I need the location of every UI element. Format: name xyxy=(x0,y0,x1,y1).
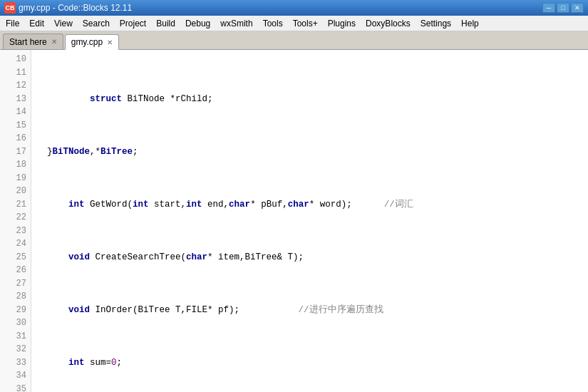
line-num-32: 32 xyxy=(3,343,26,356)
line-num-27: 27 xyxy=(3,277,26,291)
tab-start-here-label: Start here xyxy=(9,37,47,47)
line-num-19: 19 xyxy=(3,172,26,185)
code-area: 10 11 12 13 14 15 16 17 18 19 20 21 22 2… xyxy=(0,50,588,392)
tab-start-here[interactable]: Start here ✕ xyxy=(3,33,63,49)
line-num-25: 25 xyxy=(3,251,26,264)
code-content[interactable]: struct BiTNode *rChild; }BiTNode,*BiTree… xyxy=(31,50,588,392)
line-num-22: 22 xyxy=(3,211,26,225)
tab-gmy-cpp-close[interactable]: ✕ xyxy=(107,38,113,46)
app-icon: CB xyxy=(4,2,16,14)
menu-help[interactable]: Help xyxy=(457,17,483,30)
menu-tools-plus[interactable]: Tools+ xyxy=(289,17,322,30)
line-num-15: 15 xyxy=(3,119,26,133)
title-bar-left: CB gmy.cpp - Code::Blocks 12.11 xyxy=(4,2,132,14)
line-numbers: 10 11 12 13 14 15 16 17 18 19 20 21 22 2… xyxy=(0,50,31,392)
menu-tools[interactable]: Tools xyxy=(259,17,287,30)
line-num-10: 10 xyxy=(3,53,26,66)
menu-debug[interactable]: Debug xyxy=(181,17,215,30)
line-num-30: 30 xyxy=(3,316,26,330)
menu-bar: File Edit View Search Project Build Debu… xyxy=(0,16,588,31)
code-line-14: void InOrder(BiTree T,FILE* pf); //进行中序遍… xyxy=(37,304,588,317)
line-num-14: 14 xyxy=(3,105,26,119)
code-line-13: void CreateSearchTree(char* item,BiTree&… xyxy=(37,251,588,264)
menu-search[interactable]: Search xyxy=(78,17,114,30)
line-num-31: 31 xyxy=(3,330,26,344)
menu-plugins[interactable]: Plugins xyxy=(324,17,360,30)
line-num-11: 11 xyxy=(3,66,26,80)
line-num-26: 26 xyxy=(3,264,26,277)
maximize-button[interactable]: □ xyxy=(557,3,569,13)
line-num-33: 33 xyxy=(3,356,26,370)
code-line-11: }BiTNode,*BiTree; xyxy=(37,145,588,159)
line-num-20: 20 xyxy=(3,185,26,198)
title-bar: CB gmy.cpp - Code::Blocks 12.11 ─ □ ✕ xyxy=(0,0,588,16)
menu-build[interactable]: Build xyxy=(152,17,180,30)
line-num-13: 13 xyxy=(3,93,26,106)
line-num-12: 12 xyxy=(3,79,26,93)
tab-start-here-close[interactable]: ✕ xyxy=(51,38,57,46)
line-num-18: 18 xyxy=(3,158,26,172)
line-num-34: 34 xyxy=(3,369,26,383)
menu-file[interactable]: File xyxy=(1,17,24,30)
menu-view[interactable]: View xyxy=(50,17,77,30)
title-text: gmy.cpp - Code::Blocks 12.11 xyxy=(19,3,132,13)
close-button[interactable]: ✕ xyxy=(571,3,584,13)
line-num-29: 29 xyxy=(3,304,26,317)
line-num-24: 24 xyxy=(3,237,26,251)
code-line-10: struct BiTNode *rChild; xyxy=(37,93,588,106)
menu-wxsmith[interactable]: wxSmith xyxy=(216,17,257,30)
line-num-35: 35 xyxy=(3,383,26,393)
menu-doxyblocks[interactable]: DoxyBlocks xyxy=(361,17,415,30)
line-num-16: 16 xyxy=(3,132,26,145)
menu-edit[interactable]: Edit xyxy=(25,17,48,30)
tab-gmy-cpp-label: gmy.cpp xyxy=(71,37,103,47)
window-controls[interactable]: ─ □ ✕ xyxy=(542,3,584,13)
tab-bar: Start here ✕ gmy.cpp ✕ xyxy=(0,31,588,50)
line-num-28: 28 xyxy=(3,290,26,304)
code-line-15: int sum=0; xyxy=(37,356,588,370)
line-num-17: 17 xyxy=(3,145,26,159)
line-num-21: 21 xyxy=(3,198,26,212)
menu-settings[interactable]: Settings xyxy=(416,17,455,30)
line-num-23: 23 xyxy=(3,225,26,238)
tab-gmy-cpp[interactable]: gmy.cpp ✕ xyxy=(65,34,119,50)
minimize-button[interactable]: ─ xyxy=(542,3,555,13)
menu-project[interactable]: Project xyxy=(115,17,150,30)
code-line-12: int GetWord(int start,int end,char* pBuf… xyxy=(37,198,588,212)
